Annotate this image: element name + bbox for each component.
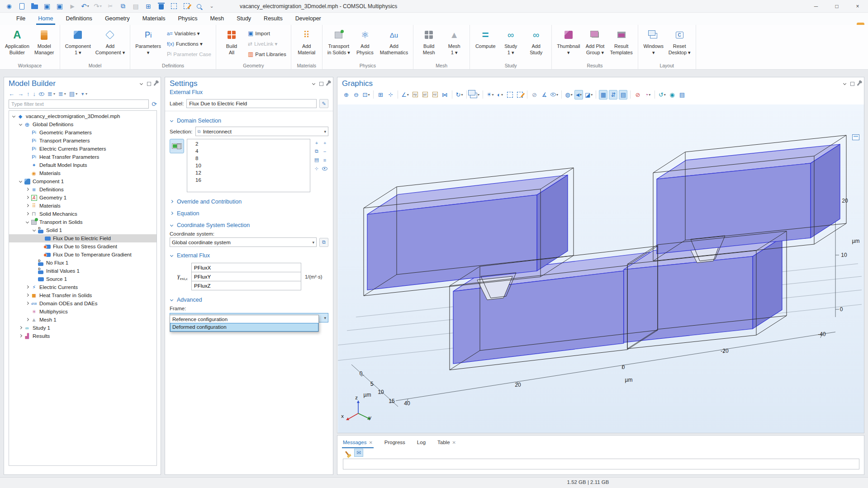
tree-item[interactable]: DInitial Values 1 <box>9 267 157 275</box>
move-down-button[interactable]: ↓ <box>33 90 36 97</box>
tree-item[interactable]: Flux Due to Electric Field <box>9 234 157 242</box>
filter-button[interactable]: ▼▾ <box>81 92 87 96</box>
close-tab-icon[interactable]: ✕ <box>452 440 456 445</box>
model-tree-node-text-button[interactable]: ▤▾ <box>69 90 77 97</box>
expander-icon[interactable] <box>24 188 30 191</box>
tree-item[interactable]: DNo Flux 1 <box>9 259 157 267</box>
expander-icon[interactable] <box>18 327 23 330</box>
copy-button[interactable]: ⧉ <box>118 1 128 11</box>
tab-table[interactable]: Table✕ <box>437 436 456 448</box>
view-options-button[interactable]: ▾ <box>470 90 480 99</box>
study-1-button[interactable]: ∞Study 1 ▾ <box>498 27 523 61</box>
zoom-out-button[interactable]: ⊖ <box>352 90 360 99</box>
tree-item[interactable]: ▲Mesh 1 <box>9 316 157 324</box>
redo-button[interactable]: ↷▾ <box>92 1 103 11</box>
domain-list-item[interactable]: 12 <box>187 169 310 176</box>
visibility-button[interactable]: ▾ <box>550 90 559 99</box>
section-external-flux[interactable]: External Flux <box>170 250 328 261</box>
scene-light-button[interactable]: ☀▾ <box>486 90 494 99</box>
menu-tab-results[interactable]: Results <box>257 13 289 25</box>
clear-frame-button[interactable] <box>181 1 192 11</box>
close-button[interactable]: × <box>847 0 868 13</box>
tree-item[interactable]: Transport in Solids <box>9 218 157 226</box>
zoom-box-button[interactable]: ⊡▾ <box>362 90 370 99</box>
copy-selection-button[interactable]: ⧉ <box>313 147 320 155</box>
frame-option[interactable]: Deformed configuration <box>171 323 318 331</box>
build-all-button[interactable]: Build All <box>219 27 244 61</box>
fit-window-button[interactable]: ⊹ <box>386 90 395 99</box>
add-mathematics-button[interactable]: ΔuAdd Mathematics <box>378 27 410 61</box>
paste-button[interactable]: ▤ <box>130 1 141 11</box>
menu-tab-study[interactable]: Study <box>230 13 257 25</box>
windows-button[interactable]: Windows ▾ <box>641 27 666 61</box>
hide-objects-button[interactable]: ⊘ <box>530 90 539 99</box>
section-domain-selection[interactable]: Domain Selection <box>170 115 328 127</box>
view-xy-button[interactable]: xy <box>411 90 419 99</box>
update-plot-button[interactable]: ↺▾ <box>658 90 666 99</box>
parameters-button[interactable]: PiParameters ▾ <box>133 27 163 61</box>
create-selection-button[interactable]: + <box>313 139 320 147</box>
label-input[interactable] <box>186 99 317 108</box>
zoom-extents-button[interactable]: ⊞ <box>376 90 385 99</box>
delete-button[interactable] <box>156 1 166 11</box>
tab-progress[interactable]: Progress <box>384 436 405 448</box>
expander-icon[interactable] <box>18 180 23 183</box>
import-button[interactable]: ▣Import <box>246 28 288 38</box>
section-advanced[interactable]: Advanced <box>170 294 328 306</box>
expander-icon[interactable] <box>24 196 30 199</box>
messages-content[interactable] <box>343 459 859 469</box>
expander-icon[interactable] <box>31 229 37 232</box>
cut-button[interactable]: ✂ <box>105 1 116 11</box>
go-forward-button[interactable]: → <box>18 90 24 97</box>
select-frame-button[interactable] <box>168 1 179 11</box>
pin-panel-icon[interactable] <box>857 82 860 86</box>
expander-icon[interactable] <box>24 302 30 305</box>
domain-list-item[interactable]: 8 <box>187 155 310 162</box>
tree-item[interactable]: ⚡Electric Currents <box>9 283 157 291</box>
tree-item[interactable]: ⠿Materials <box>9 202 157 210</box>
tree-item[interactable]: Flux Due to Temperature Gradient <box>9 251 157 259</box>
panel-menu-icon[interactable] <box>140 81 143 85</box>
expander-icon[interactable] <box>24 286 30 289</box>
paste-selection-button[interactable]: ▤ <box>313 156 320 164</box>
undo-button[interactable]: ↶▾ <box>80 1 90 11</box>
message-window-button[interactable]: ✉ <box>354 449 363 457</box>
section-override[interactable]: Override and Contribution <box>170 196 328 208</box>
flip-view-button[interactable]: ⋈ <box>441 90 449 99</box>
build-mesh-button[interactable]: Build Mesh <box>416 27 441 61</box>
show-button[interactable] <box>39 92 44 96</box>
flux-field-input[interactable] <box>191 263 301 272</box>
go-back-button[interactable]: ← <box>9 90 14 97</box>
menu-tab-physics[interactable]: Physics <box>171 13 204 25</box>
tree-item[interactable]: ⊕Global Definitions <box>9 120 157 128</box>
show-selection-button[interactable] <box>321 165 328 172</box>
tree-item[interactable]: PiHeat Transfer Parameters <box>9 153 157 161</box>
add-plot-group-button[interactable]: Add Plot Group ▾ <box>583 27 608 61</box>
functions-button[interactable]: f(x)Functions ▾ <box>165 39 213 48</box>
menu-tab-materials[interactable]: Materials <box>136 13 172 25</box>
snapshot-button[interactable]: ◉ <box>668 90 676 99</box>
section-equation[interactable]: Equation <box>170 208 328 219</box>
selection-list-button[interactable]: ≡ <box>321 156 328 164</box>
mesh-1-button[interactable]: ▲Mesh 1 ▾ <box>441 27 467 61</box>
pin-panel-icon[interactable] <box>326 82 329 86</box>
active-selection-toggle[interactable] <box>170 139 184 153</box>
compute-button[interactable]: =Compute <box>473 27 498 61</box>
domain-list-item[interactable]: 2 <box>187 140 310 147</box>
measure-button[interactable]: ∡ <box>540 90 549 99</box>
tree-item[interactable]: d∕dtDomain ODEs and DAEs <box>9 299 157 308</box>
tree-item[interactable]: Flux Due to Stress Gradient <box>9 242 157 251</box>
environment-button[interactable]: ◐▾ <box>496 90 504 99</box>
minimize-button[interactable]: ─ <box>806 0 826 13</box>
expander-icon[interactable] <box>24 294 30 297</box>
thumbnail-button[interactable]: Thumbnail ▾ <box>555 27 582 61</box>
expander-icon[interactable] <box>18 123 23 126</box>
add-to-selection-button[interactable]: ＋ <box>321 139 328 147</box>
menu-tab-home[interactable]: Home <box>32 13 59 25</box>
default-view-button[interactable]: ∠▾ <box>401 90 409 99</box>
expander-icon[interactable] <box>24 213 30 216</box>
print-button[interactable]: ▤ <box>678 90 686 99</box>
add-physics-button[interactable]: ⚛Add Physics <box>352 27 378 61</box>
menu-tab-file[interactable]: File <box>10 13 32 25</box>
add-material-button[interactable]: ⠿Add Material <box>294 27 319 61</box>
